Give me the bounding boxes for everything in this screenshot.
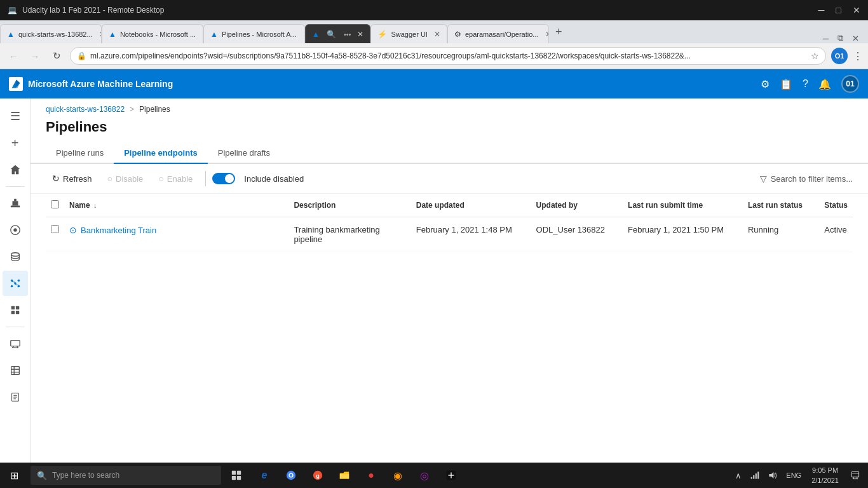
help-icon[interactable]: ? bbox=[803, 78, 808, 90]
feedback-icon[interactable]: 📋 bbox=[780, 78, 792, 90]
svg-rect-17 bbox=[11, 311, 14, 314]
sidebar-item-compute[interactable] bbox=[3, 331, 28, 356]
taskbar-app-taskview[interactable] bbox=[224, 463, 249, 488]
svg-rect-16 bbox=[15, 306, 18, 309]
browser-tab-1[interactable]: ▲ quick-starts-ws-13682... ✕ bbox=[0, 24, 102, 43]
address-box[interactable]: 🔒 ml.azure.com/pipelines/endpoints?wsid=… bbox=[70, 47, 826, 65]
minimize-btn[interactable]: ─ bbox=[818, 5, 825, 15]
profile-icon[interactable]: O1 bbox=[831, 48, 848, 64]
browser-tab-6[interactable]: ⚙ eparamasari/Operatio... ✕ bbox=[447, 24, 549, 43]
tab-pipeline-runs[interactable]: Pipeline runs bbox=[46, 143, 114, 164]
col-status-header[interactable]: Status bbox=[819, 194, 853, 217]
reload-btn[interactable]: ↻ bbox=[48, 48, 65, 64]
new-tab-btn[interactable]: + bbox=[549, 25, 569, 39]
maximize-btn[interactable]: □ bbox=[836, 5, 841, 15]
col-laststatus-header[interactable]: Last run status bbox=[743, 194, 819, 217]
notifications-icon[interactable]: 🔔 bbox=[818, 78, 831, 90]
address-text: ml.azure.com/pipelines/endpoints?wsid=/s… bbox=[90, 51, 804, 60]
browser-tab-4[interactable]: ▲ 🔍 ••• ✕ bbox=[305, 24, 370, 43]
taskbar-app7[interactable]: ◎ bbox=[412, 463, 437, 488]
taskbar-app8[interactable] bbox=[438, 463, 464, 488]
enable-button[interactable]: ○ Enable bbox=[152, 170, 199, 187]
pipeline-link[interactable]: ⊙ Bankmarketing Train bbox=[69, 225, 283, 235]
start-button[interactable]: ⊞ bbox=[0, 463, 28, 488]
task-view-icon bbox=[231, 470, 242, 481]
breadcrumb-workspace[interactable]: quick-starts-ws-136822 bbox=[46, 105, 125, 114]
sidebar-item-menu[interactable]: ☰ bbox=[3, 104, 28, 129]
search-filter-text[interactable]: Search to filter items... bbox=[771, 174, 853, 184]
sidebar-item-assets[interactable] bbox=[3, 217, 28, 243]
taskbar-clock[interactable]: 9:05 PM 2/1/2021 bbox=[806, 463, 844, 488]
svg-rect-43 bbox=[754, 475, 755, 479]
sidebar-item-new[interactable]: + bbox=[3, 130, 28, 156]
svg-point-10 bbox=[17, 285, 20, 288]
sidebar-item-data[interactable] bbox=[3, 358, 28, 383]
taskbar-system: ∧ ENG 9:05 PM 2/1/2021 bbox=[731, 463, 868, 488]
svg-point-9 bbox=[14, 282, 17, 285]
bookmark-icon[interactable]: ☆ bbox=[811, 51, 819, 61]
tabs-nav: Pipeline runs Pipeline endpoints Pipelin… bbox=[31, 143, 868, 164]
taskbar-chrome-icon[interactable] bbox=[278, 463, 304, 488]
include-disabled-toggle[interactable] bbox=[212, 173, 235, 184]
disable-button[interactable]: ○ Disable bbox=[101, 170, 150, 187]
col-updatedby-header[interactable]: Updated by bbox=[531, 194, 623, 217]
taskbar-app6[interactable]: ◉ bbox=[385, 463, 410, 488]
data-icon bbox=[10, 365, 21, 376]
taskbar-lang-icon[interactable]: ENG bbox=[782, 463, 805, 488]
row-checkbox-cell[interactable] bbox=[46, 217, 64, 252]
extensions-icon[interactable]: ⋮ bbox=[853, 50, 863, 62]
search-filter[interactable]: ▽ Search to filter items... bbox=[760, 173, 853, 184]
taskbar-folder-icon[interactable] bbox=[332, 463, 357, 488]
forward-btn[interactable]: → bbox=[27, 48, 43, 64]
col-date-header[interactable]: Date updated bbox=[411, 194, 531, 217]
app-frame: Microsoft Azure Machine Learning ⚙ 📋 ? 🔔… bbox=[0, 69, 868, 488]
tab5-icon: ⚡ bbox=[377, 30, 387, 39]
browser-tab-3[interactable]: ▲ Pipelines - Microsoft A... ✕ bbox=[203, 24, 305, 43]
azure-title: Microsoft Azure Machine Learning bbox=[28, 79, 173, 89]
browser-minimize[interactable]: ─ bbox=[823, 34, 829, 43]
select-all-checkbox[interactable] bbox=[51, 200, 59, 208]
tab6-close[interactable]: ✕ bbox=[545, 30, 549, 39]
sidebar-item-pipelines[interactable] bbox=[3, 271, 28, 296]
tab-pipeline-drafts[interactable]: Pipeline drafts bbox=[208, 143, 280, 164]
col-desc-header[interactable]: Description bbox=[288, 194, 410, 217]
topbar-icons: ⚙ 📋 ? 🔔 01 bbox=[761, 75, 859, 93]
col-lastrun-header[interactable]: Last run submit time bbox=[623, 194, 743, 217]
taskbar-ie-icon[interactable]: e bbox=[252, 463, 277, 488]
taskbar-volume-icon[interactable] bbox=[764, 463, 781, 488]
settings-icon[interactable]: ⚙ bbox=[761, 78, 770, 90]
sidebar-item-models[interactable] bbox=[3, 297, 28, 323]
sidebar-item-notebooks[interactable] bbox=[3, 384, 28, 410]
browser-chrome: ▲ quick-starts-ws-13682... ✕ ▲ Notebooks… bbox=[0, 20, 868, 69]
browser-maximize[interactable]: ⧉ bbox=[837, 33, 843, 43]
tab-pipeline-endpoints[interactable]: Pipeline endpoints bbox=[114, 143, 208, 164]
taskbar-search-input[interactable] bbox=[52, 471, 215, 480]
taskbar-search[interactable]: 🔍 bbox=[31, 466, 221, 485]
close-btn[interactable]: ✕ bbox=[853, 5, 860, 15]
taskbar-app5[interactable]: ● bbox=[358, 463, 384, 488]
svg-rect-45 bbox=[758, 471, 759, 478]
taskbar-network-icon[interactable] bbox=[747, 463, 763, 488]
tab5-close[interactable]: ✕ bbox=[434, 30, 440, 39]
row-checkbox[interactable] bbox=[51, 225, 59, 233]
sidebar-item-experiments[interactable] bbox=[3, 191, 28, 216]
browser-tab-2[interactable]: ▲ Notebooks - Microsoft ... ✕ bbox=[102, 24, 203, 43]
refresh-button[interactable]: ↻ Refresh bbox=[46, 170, 98, 187]
tab4-extra: ••• bbox=[344, 30, 351, 38]
tab4-close[interactable]: ✕ bbox=[357, 30, 363, 39]
sidebar-item-datastores[interactable] bbox=[3, 244, 28, 269]
taskbar-notification[interactable] bbox=[845, 463, 865, 488]
topbar-profile[interactable]: 01 bbox=[841, 75, 859, 93]
tab4-icon: ▲ bbox=[312, 30, 320, 39]
back-btn[interactable]: ← bbox=[5, 48, 22, 64]
profile-circle[interactable]: O1 bbox=[831, 48, 848, 64]
taskbar-arrow-icon[interactable]: ∧ bbox=[731, 463, 745, 488]
col-name-header[interactable]: Name ↓ bbox=[64, 194, 288, 217]
disable-icon: ○ bbox=[107, 173, 112, 184]
sidebar-item-home[interactable] bbox=[3, 157, 28, 182]
browser-close[interactable]: ✕ bbox=[852, 34, 859, 43]
table-header: Name ↓ Description Date updated Updated … bbox=[46, 194, 853, 217]
taskbar-git-icon[interactable]: g bbox=[305, 463, 330, 488]
browser-tab-5[interactable]: ⚡ Swagger UI ✕ bbox=[370, 24, 447, 43]
tab6-label: eparamasari/Operatio... bbox=[465, 30, 539, 38]
